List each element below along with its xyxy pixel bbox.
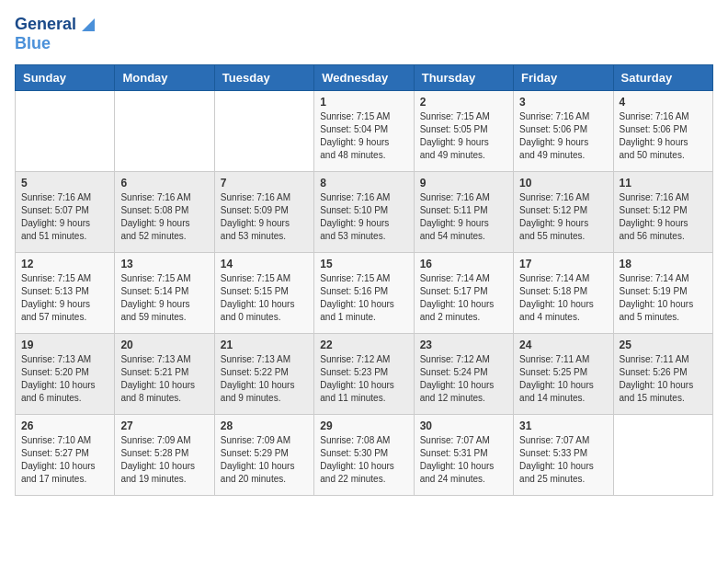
column-header-tuesday: Tuesday [214, 64, 313, 90]
day-number: 25 [620, 339, 707, 351]
calendar-cell: 26Sunrise: 7:10 AM Sunset: 5:27 PM Dayli… [16, 414, 115, 495]
day-info: Sunrise: 7:13 AM Sunset: 5:20 PM Dayligh… [21, 353, 108, 405]
calendar-week-row: 5Sunrise: 7:16 AM Sunset: 5:07 PM Daylig… [16, 171, 713, 252]
day-number: 7 [221, 177, 308, 190]
day-info: Sunrise: 7:14 AM Sunset: 5:19 PM Dayligh… [620, 272, 707, 324]
calendar-week-row: 19Sunrise: 7:13 AM Sunset: 5:20 PM Dayli… [16, 333, 713, 414]
day-info: Sunrise: 7:16 AM Sunset: 5:08 PM Dayligh… [120, 191, 208, 243]
logo-text-general: General [15, 16, 76, 34]
day-info: Sunrise: 7:15 AM Sunset: 5:14 PM Dayligh… [120, 272, 208, 324]
calendar-cell: 2Sunrise: 7:15 AM Sunset: 5:05 PM Daylig… [414, 90, 513, 171]
day-info: Sunrise: 7:10 AM Sunset: 5:27 PM Dayligh… [21, 434, 108, 486]
day-number: 3 [519, 96, 607, 109]
calendar-cell: 6Sunrise: 7:16 AM Sunset: 5:08 PM Daylig… [115, 171, 214, 252]
day-info: Sunrise: 7:14 AM Sunset: 5:18 PM Dayligh… [519, 272, 607, 324]
column-header-sunday: Sunday [16, 64, 115, 90]
day-number: 15 [320, 258, 407, 270]
logo-text-blue: Blue [15, 34, 51, 52]
day-number: 10 [519, 177, 607, 190]
calendar-cell: 31Sunrise: 7:07 AM Sunset: 5:33 PM Dayli… [514, 414, 613, 495]
calendar-week-row: 12Sunrise: 7:15 AM Sunset: 5:13 PM Dayli… [16, 252, 713, 333]
calendar-cell: 9Sunrise: 7:16 AM Sunset: 5:11 PM Daylig… [414, 171, 513, 252]
day-info: Sunrise: 7:13 AM Sunset: 5:21 PM Dayligh… [120, 353, 208, 405]
day-info: Sunrise: 7:16 AM Sunset: 5:06 PM Dayligh… [519, 110, 607, 162]
day-number: 20 [120, 339, 208, 351]
day-info: Sunrise: 7:16 AM Sunset: 5:10 PM Dayligh… [320, 191, 407, 243]
day-number: 1 [320, 96, 407, 109]
day-number: 12 [21, 258, 108, 270]
day-number: 8 [320, 177, 407, 190]
calendar-cell: 15Sunrise: 7:15 AM Sunset: 5:16 PM Dayli… [314, 252, 414, 333]
page-header: General Blue [15, 15, 713, 53]
calendar-cell: 23Sunrise: 7:12 AM Sunset: 5:24 PM Dayli… [414, 333, 513, 414]
calendar-table: SundayMondayTuesdayWednesdayThursdayFrid… [15, 64, 713, 496]
calendar-cell: 12Sunrise: 7:15 AM Sunset: 5:13 PM Dayli… [16, 252, 115, 333]
day-info: Sunrise: 7:15 AM Sunset: 5:13 PM Dayligh… [21, 272, 108, 324]
calendar-week-row: 26Sunrise: 7:10 AM Sunset: 5:27 PM Dayli… [16, 414, 713, 495]
calendar-week-row: 1Sunrise: 7:15 AM Sunset: 5:04 PM Daylig… [16, 90, 713, 171]
column-header-monday: Monday [115, 64, 214, 90]
calendar-cell: 1Sunrise: 7:15 AM Sunset: 5:04 PM Daylig… [314, 90, 414, 171]
day-info: Sunrise: 7:08 AM Sunset: 5:30 PM Dayligh… [320, 434, 407, 486]
calendar-cell: 16Sunrise: 7:14 AM Sunset: 5:17 PM Dayli… [414, 252, 513, 333]
calendar-cell: 28Sunrise: 7:09 AM Sunset: 5:29 PM Dayli… [214, 414, 313, 495]
day-info: Sunrise: 7:12 AM Sunset: 5:24 PM Dayligh… [420, 353, 507, 405]
logo-triangle-icon [78, 15, 98, 35]
calendar-cell: 14Sunrise: 7:15 AM Sunset: 5:15 PM Dayli… [214, 252, 313, 333]
day-number: 22 [320, 339, 407, 351]
day-info: Sunrise: 7:07 AM Sunset: 5:33 PM Dayligh… [519, 434, 607, 486]
day-number: 5 [21, 177, 108, 190]
calendar-cell: 22Sunrise: 7:12 AM Sunset: 5:23 PM Dayli… [314, 333, 414, 414]
day-number: 18 [620, 258, 707, 270]
day-number: 19 [21, 339, 108, 351]
calendar-cell: 11Sunrise: 7:16 AM Sunset: 5:12 PM Dayli… [613, 171, 712, 252]
day-info: Sunrise: 7:11 AM Sunset: 5:26 PM Dayligh… [620, 353, 707, 405]
day-number: 23 [420, 339, 507, 351]
calendar-cell: 17Sunrise: 7:14 AM Sunset: 5:18 PM Dayli… [514, 252, 613, 333]
day-number: 17 [519, 258, 607, 270]
calendar-cell: 4Sunrise: 7:16 AM Sunset: 5:06 PM Daylig… [613, 90, 712, 171]
calendar-cell: 21Sunrise: 7:13 AM Sunset: 5:22 PM Dayli… [214, 333, 313, 414]
calendar-cell [214, 90, 313, 171]
calendar-cell [613, 414, 712, 495]
calendar-header-row: SundayMondayTuesdayWednesdayThursdayFrid… [16, 64, 713, 90]
day-number: 2 [420, 96, 507, 109]
day-info: Sunrise: 7:16 AM Sunset: 5:11 PM Dayligh… [420, 191, 507, 243]
calendar-cell: 10Sunrise: 7:16 AM Sunset: 5:12 PM Dayli… [514, 171, 613, 252]
day-number: 6 [120, 177, 208, 190]
day-number: 30 [420, 419, 507, 432]
day-number: 31 [519, 419, 607, 432]
calendar-cell: 8Sunrise: 7:16 AM Sunset: 5:10 PM Daylig… [314, 171, 414, 252]
calendar-cell: 29Sunrise: 7:08 AM Sunset: 5:30 PM Dayli… [314, 414, 414, 495]
day-info: Sunrise: 7:09 AM Sunset: 5:29 PM Dayligh… [221, 434, 308, 486]
day-number: 14 [221, 258, 308, 270]
day-info: Sunrise: 7:16 AM Sunset: 5:07 PM Dayligh… [21, 191, 108, 243]
day-info: Sunrise: 7:15 AM Sunset: 5:04 PM Dayligh… [320, 110, 407, 162]
column-header-friday: Friday [514, 64, 613, 90]
day-number: 28 [221, 419, 308, 432]
day-number: 29 [320, 419, 407, 432]
calendar-cell [115, 90, 214, 171]
calendar-cell: 5Sunrise: 7:16 AM Sunset: 5:07 PM Daylig… [16, 171, 115, 252]
calendar-cell: 27Sunrise: 7:09 AM Sunset: 5:28 PM Dayli… [115, 414, 214, 495]
day-info: Sunrise: 7:11 AM Sunset: 5:25 PM Dayligh… [519, 353, 607, 405]
calendar-cell: 18Sunrise: 7:14 AM Sunset: 5:19 PM Dayli… [613, 252, 712, 333]
calendar-cell: 7Sunrise: 7:16 AM Sunset: 5:09 PM Daylig… [214, 171, 313, 252]
calendar-cell: 30Sunrise: 7:07 AM Sunset: 5:31 PM Dayli… [414, 414, 513, 495]
day-info: Sunrise: 7:07 AM Sunset: 5:31 PM Dayligh… [420, 434, 507, 486]
calendar-cell: 19Sunrise: 7:13 AM Sunset: 5:20 PM Dayli… [16, 333, 115, 414]
day-number: 16 [420, 258, 507, 270]
day-number: 24 [519, 339, 607, 351]
calendar-cell: 3Sunrise: 7:16 AM Sunset: 5:06 PM Daylig… [514, 90, 613, 171]
day-info: Sunrise: 7:16 AM Sunset: 5:06 PM Dayligh… [620, 110, 707, 162]
logo: General Blue [15, 15, 98, 53]
day-number: 11 [620, 177, 707, 190]
day-number: 9 [420, 177, 507, 190]
column-header-wednesday: Wednesday [314, 64, 414, 90]
column-header-saturday: Saturday [613, 64, 712, 90]
calendar-cell [16, 90, 115, 171]
day-number: 26 [21, 419, 108, 432]
day-info: Sunrise: 7:16 AM Sunset: 5:12 PM Dayligh… [620, 191, 707, 243]
day-number: 4 [620, 96, 707, 109]
day-info: Sunrise: 7:16 AM Sunset: 5:12 PM Dayligh… [519, 191, 607, 243]
